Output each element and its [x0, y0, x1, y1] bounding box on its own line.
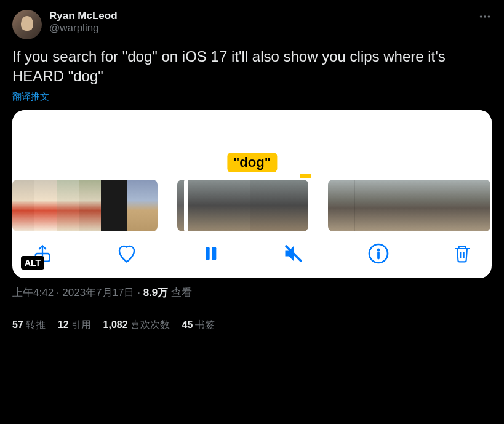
- tweet-text: If you search for "dog" on iOS 17 it'll …: [12, 47, 492, 86]
- search-term-label: "dog": [227, 153, 277, 172]
- views-label: 查看: [171, 287, 192, 298]
- svg-rect-5: [212, 247, 216, 260]
- avatar[interactable]: [12, 10, 42, 39]
- more-button[interactable]: [478, 10, 492, 26]
- alt-badge[interactable]: ALT: [21, 256, 44, 270]
- video-frame: [355, 180, 382, 231]
- media-top: "dog": [12, 110, 492, 175]
- views-count: 8.9万: [143, 287, 169, 298]
- video-frame: [12, 180, 34, 231]
- video-frame: [250, 180, 308, 231]
- video-timeline[interactable]: [12, 180, 492, 231]
- video-frame: [79, 180, 101, 231]
- tweet-header: Ryan McLeod @warpling: [12, 10, 492, 39]
- clip-group-1[interactable]: [12, 180, 158, 231]
- heart-icon[interactable]: [116, 242, 138, 265]
- clip-group-3[interactable]: [328, 180, 490, 231]
- video-frame: [463, 180, 490, 231]
- svg-point-0: [480, 15, 482, 18]
- handle: @warpling: [49, 22, 118, 34]
- video-frame: [436, 180, 463, 231]
- svg-point-2: [488, 15, 490, 18]
- media-card[interactable]: "dog": [12, 110, 492, 278]
- svg-point-1: [484, 15, 486, 18]
- pause-icon[interactable]: [201, 244, 220, 263]
- video-frame: [382, 180, 409, 231]
- user-info[interactable]: Ryan McLeod @warpling: [49, 10, 118, 34]
- svg-rect-4: [206, 247, 210, 260]
- meta-time[interactable]: 上午4:42: [12, 287, 54, 298]
- clip-group-2[interactable]: [177, 180, 308, 231]
- video-frame: [57, 180, 79, 231]
- video-frame: [127, 180, 158, 231]
- mute-icon[interactable]: [282, 242, 305, 265]
- video-frame: [409, 180, 436, 231]
- audio-match-marker: [300, 174, 311, 178]
- translate-link[interactable]: 翻译推文: [12, 91, 492, 103]
- display-name: Ryan McLeod: [49, 10, 118, 22]
- trash-icon[interactable]: [452, 244, 472, 263]
- video-frame: [328, 180, 355, 231]
- tweet-container: Ryan McLeod @warpling If you search for …: [0, 0, 504, 342]
- meta-date[interactable]: 2023年7月17日: [62, 287, 134, 298]
- stat-likes[interactable]: 1,082喜欢次数: [103, 319, 170, 332]
- media-toolbar: [12, 231, 492, 278]
- stat-retweets[interactable]: 57转推: [12, 319, 46, 332]
- stat-bookmarks[interactable]: 45书签: [182, 319, 215, 332]
- stat-quotes[interactable]: 12引用: [58, 319, 91, 332]
- video-frame: [34, 180, 57, 231]
- video-frame: [101, 180, 127, 231]
- tweet-stats: 57转推 12引用 1,082喜欢次数 45书签: [12, 319, 492, 332]
- playhead[interactable]: [184, 180, 188, 231]
- video-frame: [187, 180, 250, 231]
- svg-point-8: [378, 249, 379, 250]
- tweet-meta: 上午4:42 · 2023年7月17日 · 8.9万 查看: [12, 286, 492, 310]
- info-icon[interactable]: [367, 242, 390, 265]
